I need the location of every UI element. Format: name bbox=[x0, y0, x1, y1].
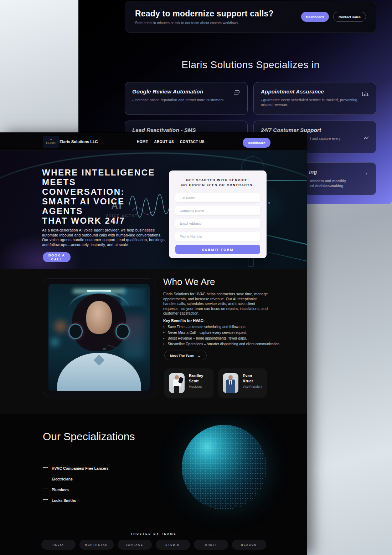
agent-photo-frame bbox=[43, 278, 155, 397]
bracket-icon bbox=[43, 467, 48, 470]
benefit-item: •Never Miss a Call – capture every servi… bbox=[163, 331, 247, 335]
service-card-google-review[interactable]: Google Review Automation - increase onli… bbox=[125, 82, 248, 115]
avatar bbox=[169, 373, 185, 393]
avatar-legs-shape bbox=[174, 386, 179, 393]
cta-banner-title: Ready to modernize support calls? bbox=[135, 9, 274, 19]
specialization-item: Electricians bbox=[43, 477, 73, 481]
benefits-title: Key Benefits for HVAC: bbox=[163, 319, 205, 323]
specialization-item: HVAC Companies/ Free Lancers bbox=[43, 466, 109, 470]
card-title: Google Review Automation bbox=[132, 88, 240, 95]
service-card-appointment-assurance[interactable]: Appointment Assurance - guarantee every … bbox=[253, 82, 376, 115]
hero-section: AI VOICE AGENT WHERE INTELLIGENCE MEETS … bbox=[0, 151, 307, 269]
specialization-item: Locks Smiths bbox=[43, 498, 76, 503]
hero-heading: WHERE INTELLIGENCE MEETS CONVERSATION: S… bbox=[42, 168, 155, 225]
team-member-info: Evan Kruer Vice President bbox=[243, 373, 263, 393]
avatar bbox=[223, 373, 238, 393]
bullet-icon: • bbox=[163, 331, 165, 335]
double-check-icon: ✓✓ bbox=[363, 135, 368, 141]
cta-banner-actions: Dashboard Contact sales bbox=[301, 12, 366, 22]
card-description-fragment: ed decision-making. bbox=[310, 184, 344, 188]
form-heading: GET STARTED WITH SERVICE. NO HIDDEN FEES… bbox=[175, 178, 260, 188]
hero-heading-line: AGENTS bbox=[42, 206, 155, 216]
book-a-call-button[interactable]: BOOK A CALL bbox=[43, 252, 71, 262]
team-card-evan[interactable]: Evan Kruer Vice President bbox=[218, 368, 267, 398]
hero-heading-line: THAT WORK 24/7 bbox=[42, 216, 155, 225]
brand-name: Elaris Solutions LLC bbox=[60, 139, 98, 144]
logo-wordmark: ELARIS bbox=[46, 142, 56, 144]
benefit-text: Save Time – automate scheduling and foll… bbox=[168, 325, 247, 329]
hero-heading-line: WHERE INTELLIGENCE bbox=[42, 168, 155, 177]
hero-heading-line: MEETS bbox=[42, 177, 155, 187]
logo-chip-northstar[interactable]: NORTHSTAR bbox=[79, 540, 114, 550]
logo-chip-orbit[interactable]: ORBIT bbox=[194, 540, 228, 550]
hero-phone-sketch bbox=[248, 258, 254, 267]
logo-chip-helix[interactable]: HELIX bbox=[41, 540, 76, 550]
nav-link-contact[interactable]: CONTACT US bbox=[180, 140, 205, 144]
bullet-icon: • bbox=[163, 325, 165, 329]
submit-form-button[interactable]: SUBMIT FORM bbox=[175, 245, 260, 254]
nav-link-about[interactable]: ABOUT US bbox=[154, 140, 174, 144]
agent-face-shape bbox=[86, 301, 112, 334]
bullet-icon: • bbox=[163, 342, 165, 346]
photo-bokeh-decoration bbox=[55, 320, 67, 332]
team-member-role: President bbox=[189, 385, 209, 389]
trusted-by-label: TRUSTED BY TEAMS bbox=[0, 532, 307, 535]
bracket-icon bbox=[43, 478, 48, 481]
meet-the-team-label: Meet The Team bbox=[170, 353, 194, 357]
specialization-label: HVAC Companies/ Free Lancers bbox=[52, 466, 109, 470]
dashboard-button[interactable]: Dashboard bbox=[301, 12, 329, 22]
benefit-item: •Save Time – automate scheduling and fol… bbox=[163, 325, 246, 329]
bracket-icon bbox=[43, 489, 48, 492]
meet-the-team-button[interactable]: Meet The Team → bbox=[164, 351, 207, 360]
logo-chip-beacon[interactable]: BEACON bbox=[232, 540, 266, 550]
who-we-are-heading: Who We Are bbox=[163, 276, 215, 287]
card-title-fragment: ing bbox=[309, 169, 317, 175]
nav-links: HOME ABOUT US CONTACT US bbox=[137, 133, 205, 151]
avatar-head-shape bbox=[228, 375, 233, 380]
team-card-bradley[interactable]: Bradley Scott President bbox=[164, 368, 213, 398]
card-description-fragment: t and capture every bbox=[310, 137, 341, 141]
dotted-sphere-decoration bbox=[182, 425, 267, 510]
form-heading-line: GET STARTED WITH SERVICE. bbox=[175, 178, 260, 183]
trusted-logos-row: HELIX NORTHSTAR VANTAGE STUDIO ORBIT BEA… bbox=[0, 540, 307, 550]
agent-photo bbox=[48, 284, 150, 391]
company-name-input[interactable] bbox=[175, 206, 260, 215]
specializations-heading: Our Specializations bbox=[43, 430, 139, 443]
card-title: Appointment Assurance bbox=[261, 88, 369, 95]
phone-number-input[interactable] bbox=[175, 232, 260, 241]
bracket-icon bbox=[43, 499, 48, 503]
lead-form: GET STARTED WITH SERVICE. NO HIDDEN FEES… bbox=[169, 170, 267, 258]
headset-mic-shape bbox=[103, 348, 106, 350]
card-description: - increase online reputation and attract… bbox=[132, 98, 240, 102]
logo-chip-vantage[interactable]: VANTAGE bbox=[118, 540, 152, 550]
card-title: 24/7 Costumer Support bbox=[261, 127, 369, 133]
arrow-right-icon: → bbox=[197, 353, 201, 358]
hero-dot-decoration bbox=[268, 202, 270, 204]
logo-emblem-icon: ✦ bbox=[50, 138, 52, 141]
specialization-label: Electricians bbox=[52, 477, 73, 481]
benefit-item: •Streamline Operations – smarter dispatc… bbox=[163, 342, 280, 346]
bullet-icon: • bbox=[163, 336, 165, 341]
logo-chip-studio[interactable]: STUDIO bbox=[156, 540, 190, 550]
who-we-are-section: Who We Are Elaris Solutions for HVAC hel… bbox=[0, 269, 307, 414]
email-address-input[interactable] bbox=[175, 219, 260, 228]
team-member-name: Evan Kruer bbox=[243, 373, 263, 384]
nav-dashboard-button[interactable]: Dashboard bbox=[243, 138, 270, 148]
form-fields bbox=[175, 193, 260, 241]
nav-link-home[interactable]: HOME bbox=[137, 140, 148, 144]
navbar: ✦ ELARIS Elaris Solutions LLC HOME ABOUT… bbox=[0, 133, 307, 151]
avatar-tie-shape bbox=[230, 381, 231, 385]
card-title: Lead Reactivation - SMS bbox=[132, 127, 240, 133]
benefit-text: Streamline Operations – smarter dispatch… bbox=[168, 342, 280, 346]
full-name-input[interactable] bbox=[175, 193, 260, 202]
cta-banner-text: Ready to modernize support calls? Start … bbox=[135, 9, 274, 25]
screenshot-canvas: Ready to modernize support calls? Start … bbox=[0, 0, 392, 555]
benefit-text: Never Miss a Call – capture every servic… bbox=[168, 331, 247, 335]
site-window: ✦ ELARIS Elaris Solutions LLC HOME ABOUT… bbox=[0, 133, 307, 555]
contact-sales-button[interactable]: Contact sales bbox=[333, 12, 366, 22]
team-member-role: Vice President bbox=[243, 385, 263, 389]
team-member-info: Bradley Scott President bbox=[189, 373, 209, 393]
elaris-logo[interactable]: ✦ ELARIS bbox=[43, 136, 59, 148]
team-member-name: Bradley Scott bbox=[189, 373, 209, 384]
form-heading-line: NO HIDDEN FEES OR CONTRACTS. bbox=[175, 183, 260, 188]
